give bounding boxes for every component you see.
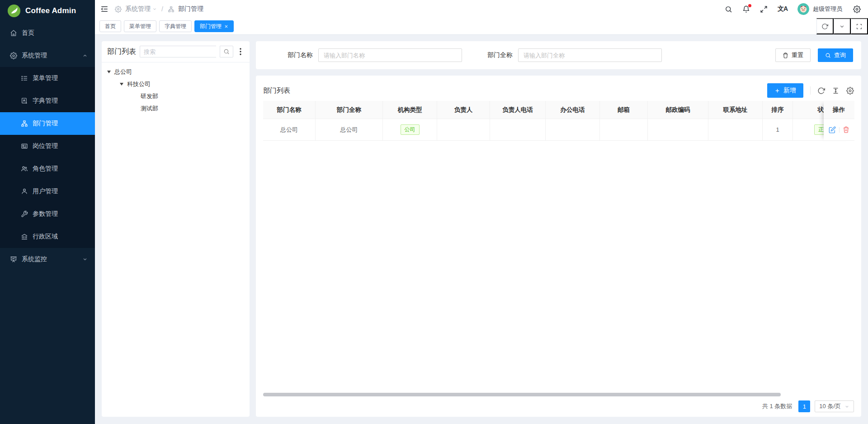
filter-dept-name: 部门名称 (288, 48, 462, 62)
fullscreen-icon[interactable] (760, 5, 768, 13)
tree-node-rd-dept[interactable]: 研发部 (102, 90, 250, 102)
tab-list-chevron-icon[interactable] (834, 18, 851, 34)
app-title: Coffee Admin (25, 6, 76, 15)
breadcrumb-separator: / (161, 5, 163, 13)
right-column: 部门名称 部门全称 重置 查询 (256, 41, 861, 417)
notification-bell-icon[interactable] (742, 5, 750, 13)
dept-tree-title: 部门列表 (107, 47, 136, 57)
table-title: 部门列表 (263, 86, 290, 95)
tab-dict-mgmt[interactable]: 字典管理 (159, 20, 192, 32)
dept-name-input[interactable] (318, 48, 462, 62)
refresh-table-icon[interactable] (817, 87, 825, 95)
breadcrumb: 系统管理 / 部门管理 (115, 5, 203, 13)
settings-gear-icon[interactable] (853, 5, 861, 13)
column-header: 部门全称 (316, 101, 383, 119)
search-icon (825, 52, 831, 58)
main-area: 系统管理 / 部门管理 (95, 0, 868, 424)
sidebar-menu: 首页 系统管理 菜单管理 (0, 22, 95, 424)
sidebar-item-menu-mgmt[interactable]: 菜单管理 (0, 67, 95, 90)
translate-icon[interactable]: 文A (778, 5, 788, 13)
sidebar-item-param-mgmt[interactable]: 参数管理 (0, 203, 95, 225)
search-icon[interactable] (725, 5, 732, 13)
sidebar-item-label: 参数管理 (33, 210, 58, 218)
tree-node-tech-company[interactable]: 科技公司 (102, 78, 250, 90)
chevron-down-icon (152, 7, 157, 11)
sidebar-item-home[interactable]: 首页 (0, 22, 95, 44)
filter-label: 部门全称 (487, 51, 513, 59)
column-header: 负责人 (437, 101, 490, 119)
column-header: 排序 (763, 101, 793, 119)
cell-sort: 1 (763, 119, 793, 141)
column-header: 机构类型 (383, 101, 437, 119)
sidebar-item-dept-mgmt[interactable]: 部门管理 (0, 112, 95, 135)
close-tab-icon[interactable] (224, 24, 228, 29)
horizontal-scrollbar[interactable] (263, 393, 781, 396)
table-header-row: 部门名称 部门全称 机构类型 负责人 负责人电话 办公电话 邮箱 邮政编码 联系… (263, 101, 854, 119)
chevron-down-icon (82, 257, 88, 262)
cell-org-type: 公司 (383, 119, 437, 141)
column-header: 操作 (824, 101, 854, 119)
sidebar-item-admin-region[interactable]: 行政区域 (0, 225, 95, 248)
filter-actions: 重置 查询 (775, 48, 853, 62)
add-button[interactable]: 新增 (767, 83, 803, 98)
user-menu[interactable]: 超级管理员 (797, 3, 842, 15)
tab-menu-mgmt[interactable]: 菜单管理 (124, 20, 156, 32)
avatar (797, 3, 809, 15)
dept-fullname-input[interactable] (518, 48, 662, 62)
table-row: 总公司 总公司 公司 1 正常 (263, 119, 854, 141)
sidebar-item-system-monitor[interactable]: 系统监控 (0, 248, 95, 271)
page-size-select[interactable]: 10 条/页 (815, 400, 854, 412)
sidebar-item-label: 系统监控 (22, 255, 47, 263)
maximize-content-icon[interactable] (851, 18, 868, 34)
tab-home[interactable]: 首页 (99, 20, 121, 32)
bank-icon (21, 233, 28, 240)
breadcrumb-section[interactable]: 系统管理 (125, 5, 157, 13)
fixed-operations-column: 操作 (824, 101, 854, 141)
sidebar: Coffee Admin 首页 系统管理 (0, 0, 95, 424)
row-actions (824, 119, 854, 141)
tabbar: 首页 菜单管理 字典管理 部门管理 (95, 18, 868, 35)
divider (839, 127, 840, 133)
delete-icon[interactable] (843, 126, 849, 133)
tree-node-test-dept[interactable]: 测试部 (102, 102, 250, 114)
tree-node-head-office[interactable]: 总公司 (102, 66, 250, 78)
org-chart-icon (168, 6, 175, 13)
sidebar-item-system-mgmt[interactable]: 系统管理 (0, 44, 95, 67)
dept-table-card: 部门列表 新增 (256, 76, 861, 417)
trash-icon (783, 52, 788, 58)
edit-icon[interactable] (829, 126, 836, 133)
sidebar-item-dict-mgmt[interactable]: 字典管理 (0, 90, 95, 112)
column-header: 邮箱 (600, 101, 648, 119)
org-chart-icon (21, 120, 28, 127)
cell-office-phone (546, 119, 600, 141)
sidebar-submenu-system: 菜单管理 字典管理 部门管理 (0, 67, 95, 248)
sidebar-item-post-mgmt[interactable]: 岗位管理 (0, 135, 95, 157)
caret-down-icon[interactable] (120, 83, 123, 86)
search-button[interactable]: 查询 (818, 48, 853, 62)
column-header: 联系地址 (708, 101, 763, 119)
chevron-down-icon (844, 404, 849, 409)
reset-button[interactable]: 重置 (775, 48, 811, 62)
sidebar-item-label: 角色管理 (33, 165, 58, 173)
screen: Coffee Admin 首页 系统管理 (0, 0, 868, 424)
tree-more-icon[interactable] (237, 48, 244, 55)
sidebar-item-user-mgmt[interactable]: 用户管理 (0, 180, 95, 203)
refresh-tab-icon[interactable] (816, 18, 834, 34)
cell-leader (437, 119, 490, 141)
sidebar-item-role-mgmt[interactable]: 角色管理 (0, 157, 95, 180)
column-settings-gear-icon[interactable] (846, 87, 854, 95)
row-density-icon[interactable] (832, 87, 840, 95)
monitor-icon (10, 256, 17, 263)
leaf-logo-icon (7, 4, 21, 18)
tab-dept-mgmt[interactable]: 部门管理 (194, 20, 234, 32)
tree-search-input[interactable] (140, 46, 216, 57)
page-number-button[interactable]: 1 (798, 400, 810, 412)
table-card-header: 部门列表 新增 (263, 80, 854, 101)
cell-email (600, 119, 648, 141)
collapse-sidebar-icon[interactable] (100, 5, 108, 13)
gear-icon (115, 6, 122, 13)
sidebar-item-label: 首页 (22, 29, 34, 37)
tree-search-button[interactable] (220, 46, 233, 57)
caret-down-icon[interactable] (107, 71, 111, 73)
org-type-tag: 公司 (401, 124, 420, 135)
